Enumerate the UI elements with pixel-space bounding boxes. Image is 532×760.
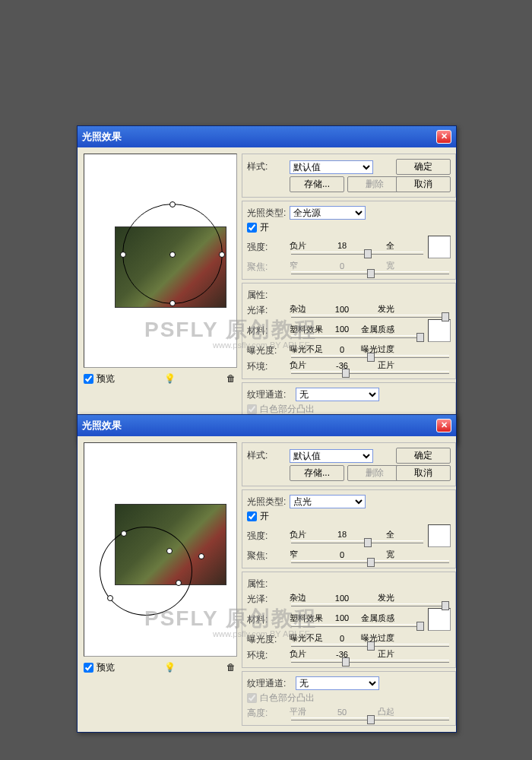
texture-select[interactable]: 无 [296, 676, 379, 690]
style-select[interactable]: 默认值 [290, 449, 373, 463]
preview-pane: 预览 💡 🗑 [84, 442, 237, 726]
lighting-effects-dialog-1: 光照效果 ✕ 预览 💡 🗑 [77, 125, 457, 444]
exposure-slider[interactable] [291, 355, 449, 358]
ok-button[interactable]: 确定 [396, 448, 451, 464]
focus-label: 聚焦: [247, 261, 287, 274]
ambient-color-swatch[interactable] [428, 608, 451, 631]
material-label: 材料: [247, 325, 287, 337]
lightbulb-icon[interactable]: 💡 [164, 373, 176, 385]
close-icon[interactable]: ✕ [436, 130, 451, 144]
handle-center[interactable] [166, 548, 173, 554]
preview-label: 预览 [97, 372, 115, 385]
preview-check-input[interactable] [84, 663, 93, 673]
on-check-input[interactable] [247, 511, 257, 521]
on-checkbox[interactable]: 开 [247, 510, 451, 523]
ambient-color-swatch[interactable] [428, 319, 451, 342]
titlebar[interactable]: 光照效果 ✕ [78, 415, 456, 436]
preview-check-input[interactable] [84, 374, 93, 384]
save-button[interactable]: 存储... [290, 176, 344, 192]
white-high-check-input [247, 693, 257, 703]
material-slider[interactable] [291, 624, 423, 627]
gloss-slider[interactable] [291, 603, 449, 606]
handle-a[interactable] [121, 530, 127, 537]
dialog-title: 光照效果 [82, 419, 122, 432]
dialog-title: 光照效果 [82, 130, 122, 144]
style-select[interactable]: 默认值 [290, 160, 373, 174]
handle-center[interactable] [169, 252, 176, 258]
delete-button: 删除 [347, 176, 402, 192]
close-icon[interactable]: ✕ [436, 419, 451, 432]
intensity-label: 强度: [247, 241, 287, 254]
controls-pane: 样式: 默认值 确定 存储... 删除 取消 光照类型: [242, 154, 456, 437]
on-label: 开 [260, 510, 269, 523]
focus-slider[interactable] [291, 560, 449, 563]
titlebar[interactable]: 光照效果 ✕ [78, 126, 456, 147]
on-checkbox[interactable]: 开 [247, 221, 451, 234]
cancel-button[interactable]: 取消 [396, 465, 451, 481]
texture-select[interactable]: 无 [296, 388, 379, 401]
delete-button: 删除 [347, 465, 402, 481]
trash-icon[interactable]: 🗑 [225, 662, 237, 674]
handle-left[interactable] [120, 252, 126, 258]
height-slider [291, 717, 449, 720]
light-ellipse[interactable] [100, 527, 192, 616]
ambient-slider[interactable] [291, 371, 449, 374]
focus-label: 聚焦: [247, 549, 287, 562]
light-color-swatch[interactable] [428, 236, 451, 258]
preview-box[interactable] [84, 154, 237, 368]
handle-b[interactable] [176, 580, 182, 586]
intensity-slider[interactable] [291, 252, 423, 255]
exposure-label: 曝光度: [247, 633, 287, 646]
light-type-label: 光照类型: [247, 496, 287, 508]
trash-icon[interactable]: 🗑 [225, 373, 237, 385]
handle-top[interactable] [169, 201, 176, 207]
exposure-slider[interactable] [291, 644, 449, 647]
white-high-label: 白色部分凸出 [260, 692, 315, 705]
white-high-check-input [247, 404, 257, 414]
ambient-label: 环境: [247, 360, 287, 373]
preview-checkbox[interactable]: 预览 [84, 661, 115, 674]
light-type-select[interactable]: 点光 [290, 495, 366, 508]
style-label: 样式: [247, 160, 287, 173]
handle-right[interactable] [219, 252, 225, 258]
preview-label: 预览 [97, 661, 115, 674]
handle-d[interactable] [198, 553, 204, 559]
handle-bottom[interactable] [169, 300, 176, 306]
white-high-checkbox: 白色部分凸出 [247, 692, 451, 705]
texture-label: 纹理通道: [247, 388, 293, 401]
light-color-swatch[interactable] [428, 524, 451, 547]
save-button[interactable]: 存储... [290, 465, 344, 481]
controls-pane: 样式: 默认值 确定 存储... 删除 取消 光照类型: [242, 442, 456, 726]
props-label: 属性: [247, 289, 287, 302]
exposure-label: 曝光度: [247, 344, 287, 357]
props-label: 属性: [247, 578, 287, 591]
material-label: 材料: [247, 613, 287, 626]
ambient-label: 环境: [247, 649, 287, 662]
preview-box[interactable] [84, 442, 237, 657]
on-label: 开 [260, 221, 269, 234]
light-type-label: 光照类型: [247, 207, 287, 220]
ambient-slider[interactable] [291, 660, 449, 663]
light-type-select[interactable]: 全光源 [290, 206, 366, 220]
gloss-label: 光泽: [247, 593, 287, 606]
focus-slider [291, 271, 449, 274]
height-label: 高度: [247, 707, 287, 720]
style-label: 样式: [247, 449, 287, 462]
ok-button[interactable]: 确定 [396, 159, 451, 175]
gloss-label: 光泽: [247, 304, 287, 317]
material-slider[interactable] [291, 335, 423, 338]
on-check-input[interactable] [247, 223, 257, 233]
lightbulb-icon[interactable]: 💡 [164, 662, 176, 674]
intensity-slider[interactable] [291, 540, 423, 543]
gloss-slider[interactable] [291, 315, 449, 318]
lighting-effects-dialog-2: 光照效果 ✕ 预览 💡 🗑 [77, 414, 457, 733]
intensity-label: 强度: [247, 530, 287, 543]
preview-pane: 预览 💡 🗑 [84, 154, 237, 437]
cancel-button[interactable]: 取消 [396, 176, 451, 192]
texture-label: 纹理通道: [247, 677, 293, 690]
preview-checkbox[interactable]: 预览 [84, 372, 115, 385]
handle-c[interactable] [107, 595, 113, 601]
